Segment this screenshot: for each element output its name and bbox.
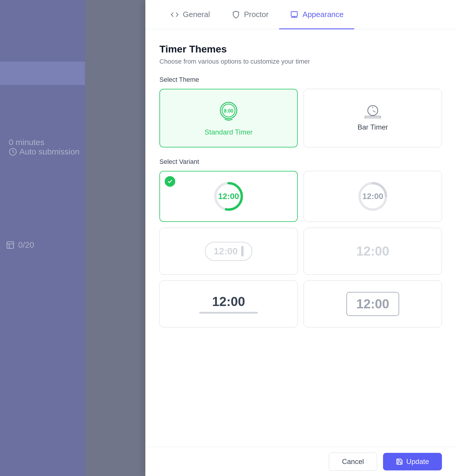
cancel-button[interactable]: Cancel xyxy=(329,453,377,471)
theme-standard-label: Standard Timer xyxy=(205,128,253,136)
sidebar-background: 0 minutes Auto submission 0/20 xyxy=(0,0,85,476)
appearance-icon xyxy=(290,10,299,19)
circular-timer-v1: 12:00 xyxy=(212,180,245,212)
select-variant-label: Select Variant xyxy=(159,158,442,166)
tab-appearance-label: Appearance xyxy=(302,10,343,19)
section-title: Timer Themes xyxy=(159,43,442,55)
sidebar-count: 0/20 xyxy=(6,240,34,250)
tab-proctor[interactable]: Proctor xyxy=(221,0,279,29)
box-timer: 12:00 xyxy=(346,292,399,316)
svg-rect-2 xyxy=(291,11,297,16)
select-theme-label: Select Theme xyxy=(159,76,442,84)
variant-card-4[interactable]: 12:00 xyxy=(304,228,442,275)
svg-rect-1 xyxy=(7,242,14,249)
modal: General Proctor Appearance Timer Themes xyxy=(145,0,456,476)
tabs-container: General Proctor Appearance xyxy=(145,0,456,29)
underline-bar xyxy=(199,312,258,314)
tab-general-label: General xyxy=(183,10,210,19)
sidebar-auto-text: Auto submission xyxy=(19,147,79,157)
circular-timer-v2: 12:00 xyxy=(357,180,389,212)
variant-card-3[interactable]: 12:00 xyxy=(159,228,298,275)
theme-card-bar[interactable]: Bar Timer xyxy=(304,89,442,147)
variant-3-time: 12:00 xyxy=(214,246,238,257)
theme-card-standard[interactable]: 8:00 Standard Timer xyxy=(159,89,298,147)
modal-footer: Cancel Update xyxy=(145,447,456,476)
variant-2-time: 12:00 xyxy=(357,180,389,212)
tab-general[interactable]: General xyxy=(159,0,221,29)
tab-proctor-label: Proctor xyxy=(244,10,269,19)
variant-1-time: 12:00 xyxy=(212,180,245,212)
variant-4-time: 12:00 xyxy=(356,244,389,259)
theme-grid: 8:00 Standard Timer xyxy=(159,89,442,147)
pill-timer: 12:00 xyxy=(205,242,252,261)
variant-5-time: 12:00 xyxy=(212,294,245,309)
variant-card-2[interactable]: 12:00 xyxy=(304,171,442,222)
section-subtitle: Choose from various options to customize… xyxy=(159,58,442,65)
bar-timer-icon xyxy=(363,105,383,118)
sidebar-highlight xyxy=(0,62,85,85)
tab-appearance[interactable]: Appearance xyxy=(279,0,354,29)
svg-line-10 xyxy=(373,110,375,112)
update-button[interactable]: Update xyxy=(383,453,442,470)
underline-timer: 12:00 xyxy=(199,294,258,314)
save-icon xyxy=(396,458,403,465)
variant-card-6[interactable]: 12:00 xyxy=(304,280,442,327)
theme-bar-label: Bar Timer xyxy=(358,123,388,131)
code-icon xyxy=(170,10,179,19)
standard-timer-svg: 8:00 xyxy=(217,100,240,123)
variant-6-time: 12:00 xyxy=(356,297,389,311)
check-badge-1 xyxy=(165,176,175,187)
shield-icon xyxy=(231,10,241,19)
variant-card-5[interactable]: 12:00 xyxy=(159,280,298,327)
variant-grid: 12:00 12:00 12:00 xyxy=(159,171,442,327)
pill-indicator xyxy=(241,246,244,256)
svg-text:8:00: 8:00 xyxy=(224,108,233,113)
modal-body: Timer Themes Choose from various options… xyxy=(145,29,456,476)
variant-card-1[interactable]: 12:00 xyxy=(159,171,298,222)
sidebar-time-text: 0 minutes Auto submission xyxy=(9,138,85,158)
